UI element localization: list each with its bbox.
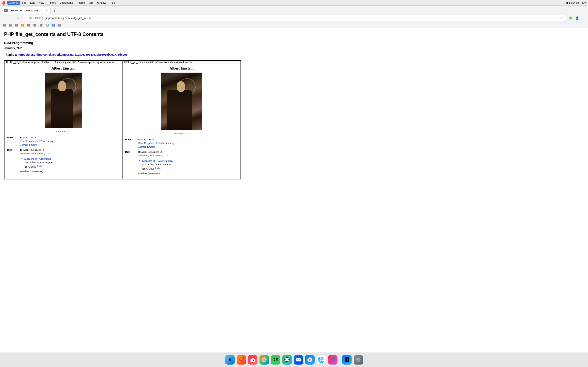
bookmark-favicon-8: ★ [58, 24, 61, 26]
col2-nationality-row: Kingdom of WÃ¼rttemberg, part of the Ger… [125, 159, 238, 175]
thanks-prefix: Thanks to [4, 53, 17, 56]
active-tab[interactable]: P PHP file_get_contents and UTF-8 Conten… [2, 7, 51, 14]
menubar-tab[interactable]: Tab [87, 1, 95, 5]
bookmark-wikipedia[interactable]: W [44, 23, 50, 27]
col1-content: Albert Einstein Einstein in 1921 [4, 64, 122, 179]
col2-note-ref[interactable]: [note 1] [155, 167, 162, 169]
col2-nationality-item-1: Kingdom of WÃ¼rttemberg, part of the Ger… [142, 159, 238, 171]
bookmark-4[interactable]: ★ [26, 23, 31, 27]
thanks-link[interactable]: https://gist.github.com/kasperkamperman/… [18, 53, 127, 56]
col2-died-place-link[interactable]: Princeton, New Jersey [138, 154, 162, 157]
col1-born-ulm-link[interactable]: Ulm [20, 140, 25, 142]
address-bar[interactable]: ⚠ Not Secure | rjmprogramming.com.au/fgc… [22, 15, 566, 21]
menubar-time: Thu 5:04 pm [566, 1, 579, 4]
col1-person-name: Albert Einstein [7, 66, 120, 71]
bookmark-3[interactable]: ★ [14, 23, 19, 27]
col1-nationality-value: Kingdom of Württemberg, part of the Germ… [20, 157, 120, 173]
col2-born-row: Born 14 March 1879 Ulm, Kingdom of WÃ¼rt… [125, 138, 238, 149]
bookmark-favicon-7: G [52, 24, 55, 26]
col1-died-date: 18 April 1955 (aged 76) [20, 148, 45, 151]
col2-born-kingdom-link[interactable]: Kingdom of WÃ¼rttemberg [144, 142, 174, 145]
tab-bar: P PHP file_get_contents and UTF-8 Conten… [0, 6, 588, 14]
menubar-right-area: Thu 5:04 pm 38% [566, 1, 586, 4]
col2-died-date: 18 April 1955 (aged 76) [138, 150, 164, 153]
bookmark-6[interactable]: ★ [38, 23, 44, 27]
reload-button[interactable]: ↻ [16, 15, 21, 21]
col2-kingdom-link[interactable]: Kingdom of WÃ¼rttemberg [142, 159, 172, 162]
new-tab-button[interactable]: + [52, 8, 57, 14]
not-secure-label: Not Secure [28, 17, 41, 19]
col1-died-value: 18 April 1955 (aged 76) Princeton, New J… [20, 148, 120, 155]
menubar-file[interactable]: File [20, 1, 28, 5]
page-title: PHP file_get_contents and UTF-8 Contents [4, 31, 241, 37]
menubar-bookmarks[interactable]: Bookmarks [58, 1, 75, 5]
page-content: PHP file_get_contents and UTF-8 Contents… [0, 28, 245, 187]
bookmark-2[interactable]: ★ [8, 23, 13, 27]
comparison-table: PHP file_get_contents (supplemented by U… [4, 60, 241, 179]
col2-born-empire-link[interactable]: German Empire [138, 145, 155, 148]
menubar-battery: 38% [581, 1, 586, 4]
col1-born-value: 14 March 1879 Ulm, Kingdom of Württember… [20, 136, 120, 147]
bookmark-favicon-6: ★ [40, 24, 43, 26]
col2-header: PHP file_get_contents of https://www.wik… [122, 60, 241, 64]
bookmark-7[interactable]: G [51, 23, 56, 27]
bookmark-favicon-2: ★ [9, 24, 12, 26]
address-bar-actions: ☆ [560, 16, 564, 20]
apple-menu[interactable]: 🍎 [2, 1, 6, 5]
col2-born-ulm-link[interactable]: Ulm [138, 142, 143, 145]
author-name: RJM Programming [4, 41, 241, 45]
profile-button[interactable]: 👤 [574, 15, 580, 21]
publication-date: January, 2021 [4, 47, 241, 50]
bookmark-8[interactable]: ★ [57, 23, 62, 27]
col2-content: Albert Einstein Einstein in 1921 [122, 64, 241, 179]
bookmark-amazon[interactable]: a [20, 23, 25, 27]
col2-nationality-value: Kingdom of WÃ¼rttemberg, part of the Ger… [138, 159, 238, 175]
extensions-button[interactable]: 🧩 [568, 15, 573, 21]
menubar-chrome[interactable]: Chrome [7, 1, 20, 5]
col2-photo-container [125, 73, 238, 131]
col1-kingdom-link[interactable]: Kingdom of Württemberg [24, 157, 52, 160]
bookmarks-bar: ★ ★ ★ a ★ ★ ★ W G ★ [0, 22, 588, 28]
col1-infobox: Albert Einstein Einstein in 1921 [4, 64, 122, 177]
tab-title: PHP file_get_contents and UTF-8 Contents [9, 9, 43, 12]
col1-died-place-link[interactable]: Princeton, New Jersey [20, 152, 44, 155]
col2-died-suffix: , U.S. [162, 154, 168, 157]
url-separator: | [42, 16, 43, 20]
col1-einstein-photo [45, 73, 82, 128]
col1-note-ref[interactable]: [note 1] [37, 165, 44, 167]
chrome-toolbar: P PHP file_get_contents and UTF-8 Conten… [0, 6, 588, 28]
col2-photo-caption: Einstein in 1921 [125, 132, 238, 135]
col1-born-empire-link[interactable]: German Empire [20, 143, 37, 146]
col1-stateless: Stateless (1896-1901) [20, 170, 43, 173]
col1-born-kingdom-link[interactable]: Kingdom of Württemberg [26, 140, 53, 142]
back-button[interactable]: ← [2, 15, 7, 21]
col1-part-of: part of the German Empire [24, 161, 52, 164]
menubar-window[interactable]: Window [95, 1, 108, 5]
menubar-people[interactable]: People [75, 1, 86, 5]
security-indicator: ⚠ [25, 17, 27, 19]
col1-header: PHP file_get_contents (supplemented by U… [4, 60, 122, 64]
tab-favicon: P [4, 9, 8, 12]
col1-photo-container [7, 73, 120, 128]
bookmark-1[interactable]: ★ [2, 23, 7, 27]
forward-button[interactable]: → [9, 15, 14, 21]
menu-button[interactable]: ⋮ [581, 15, 586, 21]
tab-close-button[interactable]: × [45, 9, 48, 12]
col2-einstein-photo [161, 73, 202, 130]
col2-died-row: Died 18 April 1955 (aged 76) Princeton, … [125, 150, 238, 157]
menubar-edit[interactable]: Edit [28, 1, 36, 5]
bookmark-favicon-5: ★ [34, 24, 36, 26]
col2-person-name: Albert Einstein [125, 66, 238, 71]
table-header-row: PHP file_get_contents (supplemented by U… [4, 60, 241, 64]
col1-photo-caption: Einstein in 1921 [7, 130, 120, 133]
url-text: rjmprogramming.com.au/fgc_utf_fix.php [45, 17, 558, 20]
bookmark-favicon-amazon: a [21, 24, 24, 26]
table-content-row: Albert Einstein Einstein in 1921 [4, 64, 241, 179]
menubar-view[interactable]: View [37, 1, 46, 5]
col2-years-1: (1879-1896) [142, 167, 155, 170]
bookmark-star-icon[interactable]: ☆ [560, 16, 564, 20]
menubar-history[interactable]: History [46, 1, 58, 5]
bookmark-5[interactable]: ★ [32, 23, 38, 27]
menubar-help[interactable]: Help [108, 1, 117, 5]
col2-born-label: Born [125, 138, 136, 141]
